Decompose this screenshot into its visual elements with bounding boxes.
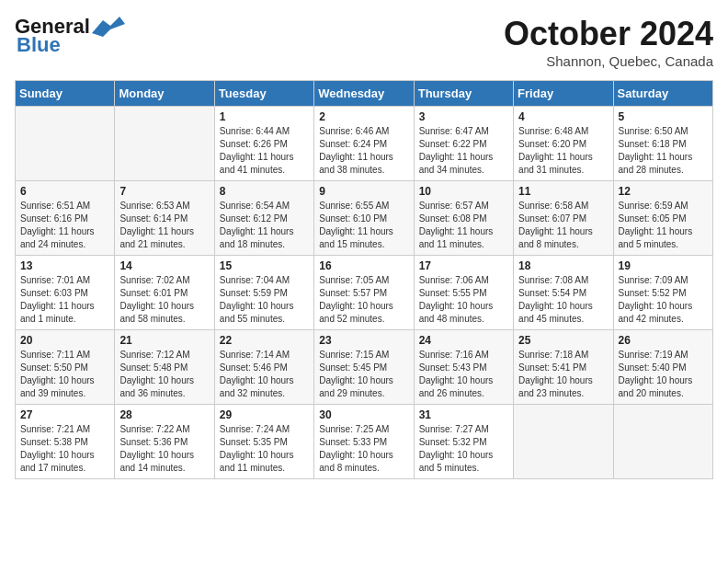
calendar-cell: 9Sunrise: 6:55 AMSunset: 6:10 PMDaylight… [314,181,414,256]
calendar-week-row: 1Sunrise: 6:44 AMSunset: 6:26 PMDaylight… [16,107,713,181]
day-number: 6 [20,185,109,198]
calendar-cell: 29Sunrise: 7:24 AMSunset: 5:35 PMDayligh… [214,405,313,479]
calendar-cell: 1Sunrise: 6:44 AMSunset: 6:26 PMDaylight… [214,107,313,181]
day-number: 5 [619,110,708,123]
day-number: 3 [419,110,508,123]
calendar-cell: 30Sunrise: 7:25 AMSunset: 5:33 PMDayligh… [314,405,414,479]
calendar-week-row: 13Sunrise: 7:01 AMSunset: 6:03 PMDayligh… [16,256,713,330]
day-number: 17 [419,259,508,272]
day-number: 29 [220,408,309,421]
calendar-cell: 2Sunrise: 6:46 AMSunset: 6:24 PMDaylight… [314,107,414,181]
day-number: 23 [319,334,408,347]
day-detail: Sunrise: 7:08 AMSunset: 5:54 PMDaylight:… [518,274,608,326]
calendar-cell: 21Sunrise: 7:12 AMSunset: 5:48 PMDayligh… [115,330,214,405]
calendar-cell [514,405,613,479]
location-subtitle: Shannon, Quebec, Canada [504,53,713,69]
day-number: 26 [619,334,708,347]
day-detail: Sunrise: 6:47 AMSunset: 6:22 PMDaylight:… [419,125,508,177]
day-detail: Sunrise: 6:54 AMSunset: 6:12 PMDaylight:… [220,200,309,251]
calendar-cell [115,107,214,181]
day-detail: Sunrise: 7:18 AMSunset: 5:41 PMDaylight:… [518,349,608,400]
calendar-cell: 25Sunrise: 7:18 AMSunset: 5:41 PMDayligh… [514,330,613,405]
day-number: 21 [119,334,209,347]
calendar-cell: 27Sunrise: 7:21 AMSunset: 5:38 PMDayligh… [16,405,115,479]
day-number: 19 [619,259,708,272]
calendar-cell: 8Sunrise: 6:54 AMSunset: 6:12 PMDaylight… [214,181,313,256]
month-title: October 2024 [504,15,713,53]
day-detail: Sunrise: 7:22 AMSunset: 5:36 PMDaylight:… [119,423,209,475]
calendar-cell: 4Sunrise: 6:48 AMSunset: 6:20 PMDaylight… [514,107,613,181]
day-detail: Sunrise: 6:59 AMSunset: 6:05 PMDaylight:… [619,200,708,251]
weekday-header: Wednesday [314,81,414,107]
day-detail: Sunrise: 6:46 AMSunset: 6:24 PMDaylight:… [319,125,408,177]
day-number: 13 [20,259,109,272]
calendar-cell: 28Sunrise: 7:22 AMSunset: 5:36 PMDayligh… [115,405,214,479]
weekday-header-row: SundayMondayTuesdayWednesdayThursdayFrid… [16,81,713,107]
day-number: 1 [220,110,309,123]
day-number: 20 [20,334,109,347]
calendar-cell: 19Sunrise: 7:09 AMSunset: 5:52 PMDayligh… [613,256,712,330]
day-number: 7 [119,185,209,198]
day-number: 11 [518,185,608,198]
day-detail: Sunrise: 7:21 AMSunset: 5:38 PMDaylight:… [20,423,109,475]
day-detail: Sunrise: 6:57 AMSunset: 6:08 PMDaylight:… [419,200,508,251]
weekday-header: Saturday [613,81,712,107]
day-number: 9 [319,185,408,198]
day-number: 24 [419,334,508,347]
day-number: 10 [419,185,508,198]
svg-marker-0 [92,17,125,37]
day-detail: Sunrise: 7:12 AMSunset: 5:48 PMDaylight:… [119,349,209,400]
day-detail: Sunrise: 7:16 AMSunset: 5:43 PMDaylight:… [419,349,508,400]
calendar-cell: 22Sunrise: 7:14 AMSunset: 5:46 PMDayligh… [214,330,313,405]
calendar-cell: 5Sunrise: 6:50 AMSunset: 6:18 PMDaylight… [613,107,712,181]
calendar-week-row: 6Sunrise: 6:51 AMSunset: 6:16 PMDaylight… [16,181,713,256]
logo-blue: Blue [17,33,61,57]
weekday-header: Thursday [414,81,513,107]
logo-bird-icon [92,17,125,37]
day-number: 8 [220,185,309,198]
day-detail: Sunrise: 7:25 AMSunset: 5:33 PMDaylight:… [319,423,408,475]
day-number: 25 [518,334,608,347]
calendar-cell: 7Sunrise: 6:53 AMSunset: 6:14 PMDaylight… [115,181,214,256]
calendar-cell: 17Sunrise: 7:06 AMSunset: 5:55 PMDayligh… [414,256,513,330]
logo: General Blue [15,15,125,57]
day-detail: Sunrise: 7:01 AMSunset: 6:03 PMDaylight:… [20,274,109,326]
weekday-header: Monday [115,81,214,107]
day-number: 30 [319,408,408,421]
day-detail: Sunrise: 7:24 AMSunset: 5:35 PMDaylight:… [220,423,309,475]
day-detail: Sunrise: 6:48 AMSunset: 6:20 PMDaylight:… [518,125,608,177]
day-number: 15 [220,259,309,272]
calendar-cell: 3Sunrise: 6:47 AMSunset: 6:22 PMDaylight… [414,107,513,181]
calendar-cell: 14Sunrise: 7:02 AMSunset: 6:01 PMDayligh… [115,256,214,330]
day-detail: Sunrise: 7:19 AMSunset: 5:40 PMDaylight:… [619,349,708,400]
calendar-week-row: 27Sunrise: 7:21 AMSunset: 5:38 PMDayligh… [16,405,713,479]
day-detail: Sunrise: 7:06 AMSunset: 5:55 PMDaylight:… [419,274,508,326]
day-detail: Sunrise: 6:53 AMSunset: 6:14 PMDaylight:… [119,200,209,251]
day-number: 22 [220,334,309,347]
day-detail: Sunrise: 6:58 AMSunset: 6:07 PMDaylight:… [518,200,608,251]
day-detail: Sunrise: 6:55 AMSunset: 6:10 PMDaylight:… [319,200,408,251]
calendar-cell: 12Sunrise: 6:59 AMSunset: 6:05 PMDayligh… [613,181,712,256]
day-number: 12 [619,185,708,198]
calendar-cell: 18Sunrise: 7:08 AMSunset: 5:54 PMDayligh… [514,256,613,330]
day-detail: Sunrise: 7:11 AMSunset: 5:50 PMDaylight:… [20,349,109,400]
day-detail: Sunrise: 7:27 AMSunset: 5:32 PMDaylight:… [419,423,508,475]
day-number: 27 [20,408,109,421]
weekday-header: Friday [514,81,613,107]
calendar-cell [613,405,712,479]
calendar-table: SundayMondayTuesdayWednesdayThursdayFrid… [15,80,713,479]
day-detail: Sunrise: 7:04 AMSunset: 5:59 PMDaylight:… [220,274,309,326]
day-number: 31 [419,408,508,421]
day-detail: Sunrise: 7:02 AMSunset: 6:01 PMDaylight:… [119,274,209,326]
calendar-cell: 20Sunrise: 7:11 AMSunset: 5:50 PMDayligh… [16,330,115,405]
calendar-cell: 11Sunrise: 6:58 AMSunset: 6:07 PMDayligh… [514,181,613,256]
weekday-header: Tuesday [214,81,313,107]
day-number: 14 [119,259,209,272]
calendar-cell: 26Sunrise: 7:19 AMSunset: 5:40 PMDayligh… [613,330,712,405]
calendar-cell: 15Sunrise: 7:04 AMSunset: 5:59 PMDayligh… [214,256,313,330]
day-number: 4 [518,110,608,123]
day-detail: Sunrise: 6:44 AMSunset: 6:26 PMDaylight:… [220,125,309,177]
calendar-cell: 6Sunrise: 6:51 AMSunset: 6:16 PMDaylight… [16,181,115,256]
day-detail: Sunrise: 7:15 AMSunset: 5:45 PMDaylight:… [319,349,408,400]
day-detail: Sunrise: 7:09 AMSunset: 5:52 PMDaylight:… [619,274,708,326]
